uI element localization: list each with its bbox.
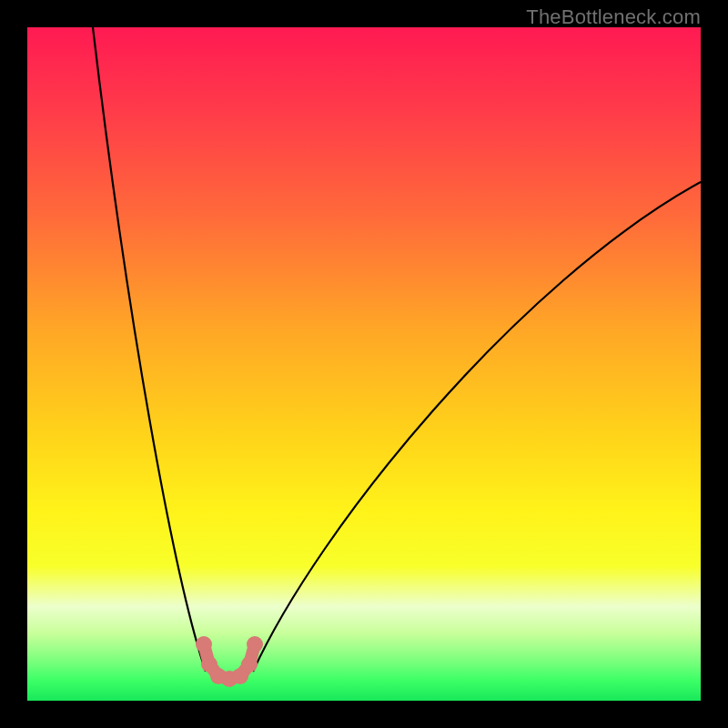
curve-right-branch: [253, 182, 701, 672]
chart-svg: [27, 27, 701, 701]
marker-dot: [196, 636, 212, 652]
marker-dot: [241, 656, 258, 672]
curve-left-branch: [93, 27, 206, 672]
bottom-u-marker-dots: [196, 636, 263, 687]
marker-dot: [247, 636, 263, 652]
chart-frame: [27, 27, 701, 701]
watermark-text: TheBottleneck.com: [526, 5, 701, 29]
